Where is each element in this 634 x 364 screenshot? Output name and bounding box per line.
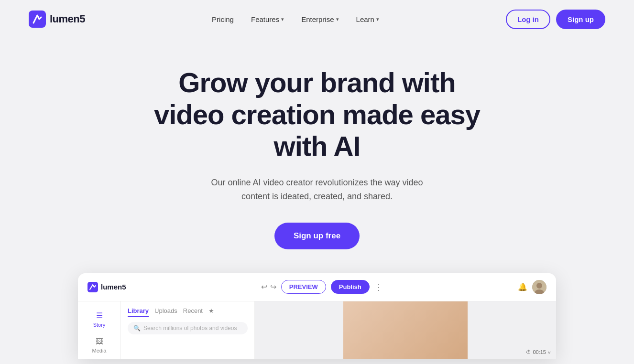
svg-point-3 xyxy=(536,283,542,289)
media-icon: 🖼 xyxy=(96,337,103,346)
story-icon: ☰ xyxy=(96,311,103,320)
svg-rect-1 xyxy=(87,282,98,292)
svg-rect-0 xyxy=(29,11,46,28)
app-topbar: lumen5 ↩ ↪ PREVIEW Publish ⋮ 🔔 xyxy=(78,273,556,301)
hero-subtitle: Our online AI video creator revolutioniz… xyxy=(197,176,437,203)
app-topbar-icons: 🔔 xyxy=(518,280,547,294)
hero-section: Grow your brand with video creation made… xyxy=(0,38,634,364)
app-logo-text: lumen5 xyxy=(101,283,126,291)
app-logo: lumen5 xyxy=(87,282,126,292)
navbar: lumen5 Pricing Features ▾ Enterprise ▾ L… xyxy=(0,0,634,38)
sidebar-item-media[interactable]: 🖼 Media xyxy=(78,332,120,358)
logo-text: lumen5 xyxy=(50,13,85,25)
app-publish-button[interactable]: Publish xyxy=(331,280,370,294)
tab-library[interactable]: Library xyxy=(128,307,149,317)
app-panel: Library Uploads Recent ★ 🔍 Search millio… xyxy=(121,301,255,359)
nav-links: Pricing Features ▾ Enterprise ▾ Learn ▾ xyxy=(205,11,386,27)
app-content-area: ⏱ 00:15 ∨ xyxy=(255,301,556,359)
logo[interactable]: lumen5 xyxy=(29,11,85,28)
nav-enterprise[interactable]: Enterprise ▾ xyxy=(295,11,345,27)
search-icon: 🔍 xyxy=(133,325,141,332)
video-timer: ⏱ 00:15 ∨ xyxy=(526,349,550,355)
tab-recent[interactable]: Recent xyxy=(183,307,203,317)
hero-cta-button[interactable]: Sign up free xyxy=(274,223,360,249)
enterprise-chevron-icon: ▾ xyxy=(336,16,339,22)
app-preview-button[interactable]: PREVIEW xyxy=(281,280,326,294)
learn-chevron-icon: ▾ xyxy=(376,16,379,22)
app-panel-tabs: Library Uploads Recent ★ xyxy=(128,307,248,317)
login-button[interactable]: Log in xyxy=(506,10,550,29)
app-sidebar: ☰ Story 🖼 Media xyxy=(78,301,121,359)
hero-title: Grow your brand with video creation made… xyxy=(145,67,489,162)
undo-redo-group: ↩ ↪ xyxy=(261,282,276,291)
app-screenshot: lumen5 ↩ ↪ PREVIEW Publish ⋮ 🔔 xyxy=(78,273,556,359)
nav-learn[interactable]: Learn ▾ xyxy=(350,11,386,27)
nav-actions: Log in Sign up xyxy=(506,10,605,29)
favorite-star-icon[interactable]: ★ xyxy=(208,307,214,317)
nav-features[interactable]: Features ▾ xyxy=(244,11,291,27)
app-topbar-actions: ↩ ↪ PREVIEW Publish ⋮ xyxy=(261,280,383,294)
undo-icon[interactable]: ↩ xyxy=(261,282,267,291)
app-body: ☰ Story 🖼 Media Library Uploads Recent ★… xyxy=(78,301,556,359)
more-options-icon[interactable]: ⋮ xyxy=(374,282,383,292)
app-logo-icon xyxy=(87,282,98,292)
tab-uploads[interactable]: Uploads xyxy=(154,307,177,317)
video-preview-thumbnail xyxy=(343,301,468,359)
user-avatar[interactable] xyxy=(532,280,547,294)
media-search-bar[interactable]: 🔍 Search millions of photos and videos xyxy=(128,322,248,334)
signup-button[interactable]: Sign up xyxy=(556,10,605,29)
redo-icon[interactable]: ↪ xyxy=(270,282,276,291)
features-chevron-icon: ▾ xyxy=(281,16,284,22)
sidebar-item-story[interactable]: ☰ Story xyxy=(78,306,120,332)
nav-pricing[interactable]: Pricing xyxy=(205,11,240,27)
logo-icon xyxy=(29,11,46,28)
notification-bell-icon[interactable]: 🔔 xyxy=(518,282,527,291)
